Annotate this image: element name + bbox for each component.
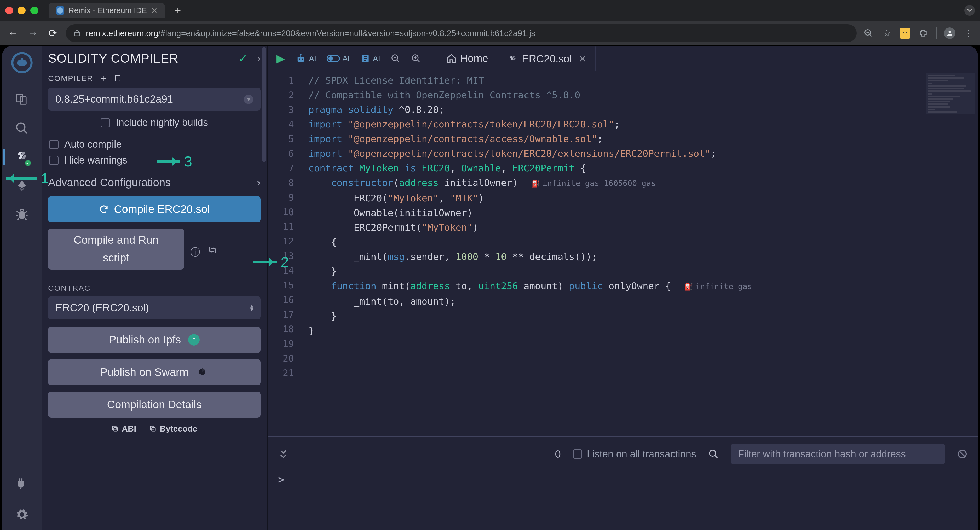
panel-scrollbar[interactable] <box>262 47 266 162</box>
browser-tab-title: Remix - Ethereum IDE <box>68 6 147 15</box>
select-updown-icon: ▴▾ <box>250 304 253 311</box>
ai-robot-icon[interactable]: AI <box>291 53 320 64</box>
svg-rect-14 <box>210 247 214 251</box>
compilation-details-button[interactable]: Compilation Details <box>48 392 261 418</box>
chrome-menu-icon[interactable]: ⋮ <box>963 28 974 39</box>
terminal-clear-icon[interactable] <box>957 449 967 459</box>
code-content[interactable]: // SPDX-License-Identifier: MIT// Compat… <box>301 71 752 436</box>
bookmark-star-icon[interactable]: ☆ <box>881 28 892 39</box>
run-script-icon[interactable]: ▶ <box>272 52 289 65</box>
hide-warnings-row[interactable]: Hide warnings <box>48 155 261 166</box>
window-minimize-button[interactable] <box>18 6 25 14</box>
editor-tab-bar: ▶ AI AI AI <box>267 46 978 71</box>
minimap[interactable] <box>926 73 975 114</box>
solidity-file-icon <box>508 55 517 63</box>
auto-compile-row[interactable]: Auto compile <box>48 139 261 150</box>
panel-collapse-icon[interactable]: › <box>257 52 261 65</box>
panel-title: SOLIDITY COMPILER <box>48 51 178 65</box>
settings-gear-icon[interactable] <box>14 506 30 523</box>
info-icon[interactable]: ⓘ <box>190 246 200 259</box>
copy-abi-button[interactable]: ABI <box>111 424 136 433</box>
svg-rect-13 <box>211 248 215 253</box>
terminal-panel: 0 Listen on all transactions Filter with… <box>267 436 978 530</box>
svg-point-30 <box>710 450 716 456</box>
compile-button-label: Compile ERC20.sol <box>114 203 210 216</box>
annotation-arrow-2: 2 <box>253 253 289 270</box>
debugger-icon[interactable] <box>14 206 30 222</box>
svg-point-10 <box>16 123 25 132</box>
include-nightly-row[interactable]: Include nightly builds <box>48 117 261 128</box>
extensions-puzzle-icon[interactable] <box>918 28 929 39</box>
hide-warnings-label: Hide warnings <box>64 155 127 166</box>
copy-bytecode-button[interactable]: Bytecode <box>149 424 197 433</box>
add-compiler-icon[interactable]: + <box>100 73 106 84</box>
compile-status-check-icon: ✓ <box>238 52 248 65</box>
copy-icon[interactable] <box>208 246 217 259</box>
remix-logo[interactable] <box>10 50 35 75</box>
ai-toggle-icon[interactable]: AI <box>323 54 354 63</box>
terminal-filter-input[interactable]: Filter with transaction hash or address <box>731 444 945 464</box>
advanced-config-toggle[interactable]: Advanced Configurations › <box>48 176 261 189</box>
terminal-prompt[interactable]: > <box>267 471 978 530</box>
svg-rect-17 <box>114 427 117 431</box>
home-tab[interactable]: Home <box>437 46 497 71</box>
close-tab-icon[interactable]: ✕ <box>579 54 586 65</box>
svg-point-3 <box>903 32 904 33</box>
auto-compile-checkbox[interactable] <box>49 140 59 149</box>
tab-close-icon[interactable]: ✕ <box>151 6 158 15</box>
compile-button[interactable]: Compile ERC20.sol <box>48 196 261 222</box>
zoom-indicator-icon[interactable] <box>863 28 874 39</box>
svg-rect-21 <box>298 57 304 62</box>
file-explorer-icon[interactable] <box>14 91 30 108</box>
contract-select[interactable]: ERC20 (ERC20.sol) ▴▾ <box>48 296 261 319</box>
tab-overflow-button[interactable] <box>964 5 975 16</box>
swarm-icon <box>196 366 208 379</box>
browser-tab-bar: Remix - Ethereum IDE ✕ + <box>0 0 980 21</box>
window-maximize-button[interactable] <box>30 6 38 14</box>
link-compiler-icon[interactable] <box>113 74 122 83</box>
zoom-out-icon[interactable] <box>387 54 405 63</box>
listen-all-tx-toggle[interactable]: Listen on all transactions <box>573 449 696 460</box>
ai-doc-icon[interactable]: AI <box>356 54 384 63</box>
nav-reload-button[interactable]: ⟳ <box>46 27 60 39</box>
window-close-button[interactable] <box>5 6 13 14</box>
svg-point-24 <box>300 54 301 55</box>
ipfs-icon: ⵊ <box>188 334 200 346</box>
compiler-version-select[interactable]: 0.8.25+commit.b61c2a91 ▾ <box>48 87 261 111</box>
publish-ipfs-button[interactable]: Publish on Ipfs ⵊ <box>48 327 261 353</box>
search-icon[interactable] <box>14 120 30 136</box>
browser-toolbar: ← → ⟳ remix.ethereum.org/#lang=en&optimi… <box>0 21 980 46</box>
zoom-in-icon[interactable] <box>407 54 425 63</box>
solidity-compiler-icon[interactable]: ✓ <box>14 149 30 165</box>
code-editor[interactable]: 123456789101112131415161718192021 // SPD… <box>267 71 978 436</box>
svg-point-5 <box>948 31 951 33</box>
publish-swarm-button[interactable]: Publish on Swarm <box>48 359 261 385</box>
svg-rect-8 <box>16 94 22 102</box>
nav-forward-button[interactable]: → <box>26 27 40 39</box>
browser-tab[interactable]: Remix - Ethereum IDE ✕ <box>49 3 165 18</box>
compile-run-script-button[interactable]: Compile and Run script <box>48 229 184 270</box>
include-nightly-checkbox[interactable] <box>100 118 110 127</box>
chevron-right-icon: › <box>257 176 261 189</box>
nav-back-button[interactable]: ← <box>6 27 20 39</box>
site-info-icon <box>73 29 81 37</box>
home-icon <box>446 53 457 64</box>
svg-point-26 <box>328 56 333 60</box>
editor-area: ▶ AI AI AI <box>267 46 978 530</box>
compiler-version-value: 0.8.25+commit.b61c2a91 <box>56 93 173 105</box>
terminal-toggle-icon[interactable] <box>278 449 288 459</box>
extension-icon-1[interactable] <box>899 28 910 39</box>
hide-warnings-checkbox[interactable] <box>49 156 59 165</box>
new-tab-button[interactable]: + <box>170 5 186 16</box>
annotation-arrow-3: 3 <box>157 153 192 170</box>
pending-tx-count: 0 <box>555 448 561 460</box>
profile-avatar-icon[interactable] <box>944 27 955 39</box>
terminal-search-icon[interactable] <box>708 449 719 459</box>
listen-checkbox[interactable] <box>573 449 582 459</box>
file-tab-erc20[interactable]: ERC20.sol ✕ <box>500 46 596 71</box>
url-bar[interactable]: remix.ethereum.org/#lang=en&optimize=fal… <box>66 24 857 42</box>
plugin-manager-icon[interactable] <box>14 475 30 491</box>
icon-rail: ✓ <box>2 46 42 530</box>
compile-success-badge-icon: ✓ <box>24 159 32 167</box>
svg-rect-12 <box>115 76 120 81</box>
